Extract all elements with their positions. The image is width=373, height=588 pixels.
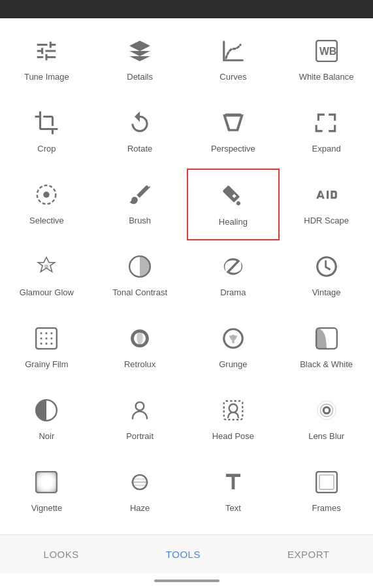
haze-icon <box>124 466 155 498</box>
tool-label-healing: Healing <box>219 217 248 228</box>
svg-point-4 <box>44 191 50 198</box>
content-area: Tune ImageDetailsCurvesWBWhite BalanceCr… <box>0 18 373 534</box>
selective-icon <box>31 179 62 210</box>
nav-item-tools[interactable]: TOOLS <box>153 544 214 565</box>
tool-item-rotate[interactable]: Rotate <box>93 97 187 169</box>
tool-item-lens-blur[interactable]: Lens Blur <box>280 384 373 456</box>
tool-label-hdr-scape: HDR Scape <box>304 216 349 227</box>
tools-grid: Tune ImageDetailsCurvesWBWhite BalanceCr… <box>0 25 373 528</box>
tool-label-retrolux: Retrolux <box>124 359 155 370</box>
tool-item-curves[interactable]: Curves <box>187 25 280 97</box>
tool-label-grainy-film: Grainy Film <box>25 359 68 370</box>
tool-item-glamour-glow[interactable]: Glamour Glow <box>0 240 93 312</box>
tool-label-black-white: Black & White <box>300 359 353 370</box>
curves-icon <box>218 35 249 67</box>
tool-label-head-pose: Head Pose <box>212 431 254 442</box>
healing-icon <box>218 180 249 212</box>
tool-item-grunge[interactable]: Grunge <box>187 312 280 384</box>
tool-item-portrait[interactable]: Portrait <box>93 384 187 456</box>
svg-point-16 <box>51 342 53 344</box>
svg-point-11 <box>41 337 42 339</box>
tool-item-head-pose[interactable]: Head Pose <box>187 384 280 456</box>
bottom-nav: LOOKSTOOLSEXPORT <box>0 534 373 574</box>
tool-item-selective[interactable]: Selective <box>0 169 93 240</box>
vignette-icon <box>31 466 62 498</box>
svg-point-8 <box>41 333 42 335</box>
tool-item-white-balance[interactable]: WBWhite Balance <box>280 25 373 97</box>
svg-point-23 <box>320 404 332 417</box>
tool-label-brush: Brush <box>129 216 151 227</box>
tool-item-black-white[interactable]: Black & White <box>280 312 373 384</box>
bw-icon <box>311 323 342 354</box>
svg-point-22 <box>323 407 330 414</box>
tool-item-retrolux[interactable]: Retrolux <box>93 312 187 384</box>
svg-point-9 <box>46 333 48 335</box>
tool-item-noir[interactable]: Noir <box>0 384 93 456</box>
home-bar <box>154 580 219 582</box>
lensblur-icon <box>311 395 342 426</box>
svg-text:WB: WB <box>319 46 336 57</box>
svg-point-21 <box>229 404 238 413</box>
tool-label-haze: Haze <box>130 503 150 514</box>
tool-label-lens-blur: Lens Blur <box>308 431 344 442</box>
crop-icon <box>31 107 62 139</box>
glamour-icon <box>31 251 62 282</box>
tool-label-text: Text <box>225 503 241 514</box>
expand-icon <box>311 107 342 139</box>
tool-item-tune-image[interactable]: Tune Image <box>0 25 93 97</box>
tool-item-hdr-scape[interactable]: HDR Scape <box>280 169 373 240</box>
svg-point-14 <box>41 342 42 344</box>
tool-label-vignette: Vignette <box>31 503 62 514</box>
details-icon <box>124 35 155 67</box>
tool-item-text[interactable]: Text <box>187 456 280 528</box>
grainy-icon <box>31 323 62 354</box>
tool-label-crop: Crop <box>37 144 56 155</box>
tool-label-selective: Selective <box>29 216 64 227</box>
noir-icon <box>31 395 62 426</box>
tool-item-details[interactable]: Details <box>93 25 187 97</box>
tool-label-expand: Expand <box>312 144 341 155</box>
svg-point-10 <box>51 333 53 335</box>
headpose-icon <box>218 395 249 426</box>
tool-label-details: Details <box>127 72 153 83</box>
tool-item-drama[interactable]: Drama <box>187 240 280 312</box>
vintage-icon <box>311 251 342 282</box>
tool-item-haze[interactable]: Haze <box>93 456 187 528</box>
svg-point-13 <box>51 337 53 339</box>
frames-icon <box>311 466 342 498</box>
drama-icon <box>218 251 249 282</box>
tool-item-vintage[interactable]: Vintage <box>280 240 373 312</box>
svg-rect-2 <box>225 114 241 116</box>
tool-label-rotate: Rotate <box>127 144 152 155</box>
grunge-icon <box>218 323 249 354</box>
tool-item-healing[interactable]: Healing <box>187 169 280 240</box>
tool-label-glamour-glow: Glamour Glow <box>20 287 74 299</box>
tool-item-tonal-contrast[interactable]: Tonal Contrast <box>93 240 187 312</box>
nav-item-looks[interactable]: LOOKS <box>31 544 92 565</box>
nav-item-export[interactable]: EXPORT <box>274 544 342 565</box>
tool-label-tonal-contrast: Tonal Contrast <box>112 287 167 299</box>
wb-icon: WB <box>311 35 342 67</box>
svg-point-5 <box>44 265 48 269</box>
tool-item-brush[interactable]: Brush <box>93 169 187 240</box>
tool-item-vignette[interactable]: Vignette <box>0 456 93 528</box>
text-icon <box>218 466 249 498</box>
svg-point-12 <box>46 337 48 339</box>
tool-label-noir: Noir <box>39 431 54 442</box>
tool-item-crop[interactable]: Crop <box>0 97 93 169</box>
tool-item-expand[interactable]: Expand <box>280 97 373 169</box>
svg-point-19 <box>136 402 144 410</box>
svg-rect-27 <box>37 472 57 493</box>
tool-item-frames[interactable]: Frames <box>280 456 373 528</box>
svg-point-15 <box>46 342 48 344</box>
tool-label-white-balance: White Balance <box>299 72 354 83</box>
tonal-icon <box>124 251 155 282</box>
rotate-icon <box>124 107 155 139</box>
tool-label-perspective: Perspective <box>211 144 255 155</box>
tool-label-portrait: Portrait <box>126 431 154 442</box>
perspective-icon <box>218 107 249 139</box>
tool-item-perspective[interactable]: Perspective <box>187 97 280 169</box>
status-bar <box>0 0 373 18</box>
tool-item-grainy-film[interactable]: Grainy Film <box>0 312 93 384</box>
tool-label-vintage: Vintage <box>312 287 341 299</box>
